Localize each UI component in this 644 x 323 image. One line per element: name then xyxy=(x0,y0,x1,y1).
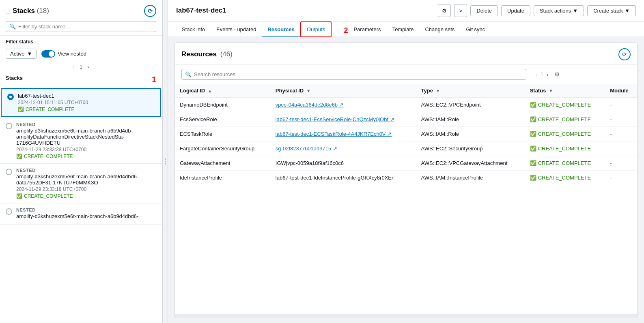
tab-changesets[interactable]: Change sets xyxy=(419,22,460,37)
radio-selected xyxy=(7,94,14,100)
status-check-icon: ✅ xyxy=(18,107,24,112)
stack-date-nested2: 2024-11-29 23:33:18 UTC+0700 xyxy=(16,186,156,192)
tab-outputs[interactable]: Outputs xyxy=(300,21,332,37)
status-cell: ✅CREATE_COMPLETE xyxy=(525,156,605,171)
resources-search-icon: 🔍 xyxy=(185,71,192,77)
active-label: Active xyxy=(10,51,24,57)
sidebar-header: □ Stacks (18) ⟳ 🔍 xyxy=(0,0,162,36)
tab-events[interactable]: Events - updated xyxy=(211,22,262,37)
chevron-down-icon-create: ▼ xyxy=(625,8,630,14)
tab-template[interactable]: Template xyxy=(387,22,420,37)
resources-pagination: ‹ 1 › xyxy=(534,71,550,79)
horizontal-scrollbar[interactable] xyxy=(175,314,637,318)
status-badge: ✅CREATE_COMPLETE xyxy=(530,175,601,181)
physical-id-cell: IGW|vpc-0059a18f9af16c0c6 xyxy=(271,156,416,171)
stack-item-nested2[interactable]: NESTED amplify-d3kshuzexm5e6t-main-branc… xyxy=(0,164,162,203)
sidebar: □ Stacks (18) ⟳ 🔍 Filter status Active ▼… xyxy=(0,0,162,323)
filter-label: Filter status xyxy=(6,39,156,45)
table-settings-icon[interactable]: ⚙ xyxy=(554,71,560,78)
col-status[interactable]: Status ▼ xyxy=(525,84,605,97)
physical-id-link[interactable]: lab67-test-dec1-EcsServiceRole-CnQzcMy0j… xyxy=(276,116,394,122)
table-row: IdeInstanceProfile lab67-test-dec1-IdeIn… xyxy=(175,171,637,185)
resources-panel: Resources (46) ⟳ 🔍 ‹ 1 › ⚙ xyxy=(174,42,638,318)
splitter[interactable] xyxy=(162,0,168,323)
status-cell: ✅CREATE_COMPLETE xyxy=(525,97,605,112)
stack-name-nested1: amplify-d3kshuzexm5e6t-main-branch-a6b9d… xyxy=(16,128,156,146)
status-check-icon-2: ✅ xyxy=(16,154,22,159)
res-next-arrow[interactable]: › xyxy=(545,71,550,79)
stack-icon: □ xyxy=(6,8,9,15)
prev-page-arrow[interactable]: ‹ xyxy=(71,63,76,71)
col-type[interactable]: Type ▼ xyxy=(416,84,525,97)
search-icon: 🔍 xyxy=(9,24,16,30)
resources-data-table: Logical ID ▲ Physical ID ▼ Type ▼ Stat xyxy=(175,84,637,185)
tab-gitsync[interactable]: Git sync xyxy=(460,22,491,37)
stacks-list: lab67-test-dec1 2024-12-01 15:11:05 UTC+… xyxy=(0,87,162,323)
logical-id-cell: EcsServiceRole xyxy=(175,112,271,127)
sort-icon-status: ▼ xyxy=(549,88,553,93)
resources-search-input[interactable] xyxy=(194,71,523,77)
tab-resources[interactable]: Resources xyxy=(262,22,300,37)
status-check: ✅ xyxy=(530,145,536,152)
res-prev-arrow[interactable]: ‹ xyxy=(534,71,539,79)
status-check: ✅ xyxy=(530,175,536,181)
settings-button[interactable]: ⚙ xyxy=(438,4,451,17)
table-row: ECSTaskRole lab67-test-dec1-ECSTaskRole-… xyxy=(175,127,637,141)
table-row: DynamoDBEndpoint vpce-04a4ca364dc2d8e6b … xyxy=(175,97,637,112)
module-cell: - xyxy=(605,97,637,112)
col-logical-id[interactable]: Logical ID ▲ xyxy=(175,84,271,97)
stack-info-nested2: NESTED amplify-d3kshuzexm5e6t-main-branc… xyxy=(16,168,156,199)
delete-button[interactable]: Delete xyxy=(470,5,498,16)
physical-id-link[interactable]: sg-02f82377601ad3715 ↗ xyxy=(276,145,337,152)
sidebar-refresh-button[interactable]: ⟳ xyxy=(144,5,156,17)
physical-id-cell: lab67-test-dec1-ECSTaskRole-4A4JKR7Ech0V… xyxy=(271,127,416,141)
create-stack-button[interactable]: Create stack ▼ xyxy=(587,5,636,16)
stack-date-selected: 2024-12-01 15:11:05 UTC+0700 xyxy=(18,100,155,105)
radio-nested1 xyxy=(6,123,12,129)
chevron-down-icon: ▼ xyxy=(27,51,32,57)
stack-item-nested1[interactable]: NESTED amplify-d3kshuzexm5e6t-main-branc… xyxy=(0,118,162,164)
next-page-arrow[interactable]: › xyxy=(86,63,91,71)
stack-item-nested3[interactable]: NESTED amplify-d3kshuzexm5e6t-main-branc… xyxy=(0,203,162,225)
active-dropdown[interactable]: Active ▼ xyxy=(6,49,37,59)
stack-actions-button[interactable]: Stack actions ▼ xyxy=(534,5,584,16)
type-cell: AWS::EC2::VPCEndpoint xyxy=(416,97,525,112)
table-row: FargateContainerSecurityGroup sg-02f8237… xyxy=(175,141,637,156)
resources-search-box[interactable]: 🔍 xyxy=(181,69,526,80)
physical-id-cell: lab67-test-dec1-EcsServiceRole-CnQzcMy0j… xyxy=(271,112,416,127)
module-cell: - xyxy=(605,156,637,171)
status-badge: ✅CREATE_COMPLETE xyxy=(530,160,601,166)
chevron-down-icon-actions: ▼ xyxy=(573,8,578,14)
search-input[interactable] xyxy=(18,24,153,30)
update-button[interactable]: Update xyxy=(501,5,530,16)
col-module: Module xyxy=(605,84,637,97)
stacks-list-header: Stacks 1 xyxy=(0,73,162,87)
radio-inner xyxy=(9,96,12,98)
view-nested-label: View nested xyxy=(58,51,86,57)
status-check: ✅ xyxy=(530,116,536,122)
tab-stack-info[interactable]: Stack info xyxy=(176,22,211,37)
stack-count: (18) xyxy=(37,7,49,15)
physical-id-link[interactable]: vpce-04a4ca364dc2d8e6b ↗ xyxy=(276,102,344,108)
stack-status-nested1: ✅ CREATE_COMPLETE xyxy=(16,154,156,159)
status-cell: ✅CREATE_COMPLETE xyxy=(525,171,605,185)
resources-title: Resources (46) xyxy=(181,50,618,58)
radio-nested3 xyxy=(6,208,12,215)
sort-icon-logical: ▲ xyxy=(208,88,212,93)
annotation-2: 2 xyxy=(344,26,348,35)
stack-info-nested3: NESTED amplify-d3kshuzexm5e6t-main-branc… xyxy=(16,207,156,220)
logical-id-cell: FargateContainerSecurityGroup xyxy=(175,141,271,156)
stack-item-selected[interactable]: lab67-test-dec1 2024-12-01 15:11:05 UTC+… xyxy=(1,88,161,117)
module-cell: - xyxy=(605,171,637,185)
stack-search-box[interactable]: 🔍 xyxy=(6,21,156,32)
resources-refresh-button[interactable]: ⟳ xyxy=(618,48,631,60)
expand-button[interactable]: > xyxy=(454,4,467,17)
stack-name-nested3: amplify-d3kshuzexm5e6t-main-branch-a6b9d… xyxy=(16,213,156,219)
tab-parameters[interactable]: Parameters xyxy=(348,22,386,37)
col-physical-id[interactable]: Physical ID ▼ xyxy=(271,84,416,97)
view-nested-toggle[interactable] xyxy=(41,50,55,58)
physical-id-cell: sg-02f82377601ad3715 ↗ xyxy=(271,141,416,156)
physical-id-link[interactable]: lab67-test-dec1-ECSTaskRole-4A4JKR7Ech0V… xyxy=(276,131,392,137)
module-cell: - xyxy=(605,141,637,156)
status-badge: ✅CREATE_COMPLETE xyxy=(530,116,601,122)
